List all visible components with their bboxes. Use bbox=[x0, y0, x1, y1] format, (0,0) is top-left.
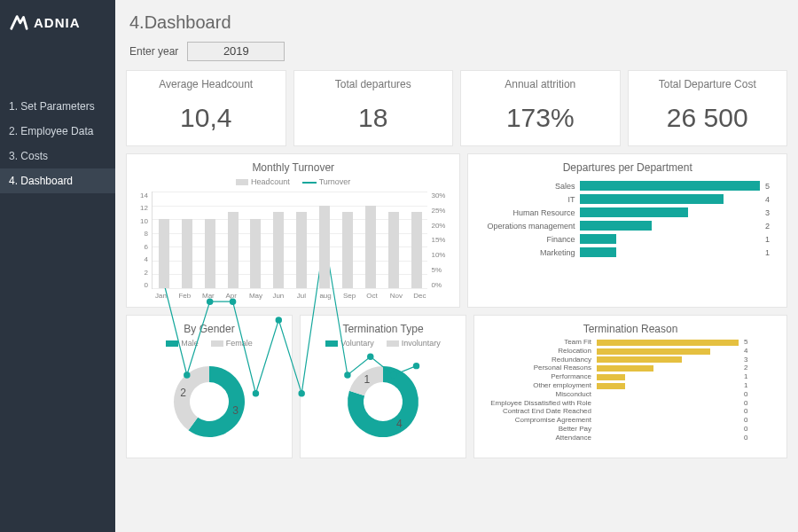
kpi-value: 173% bbox=[466, 103, 614, 133]
panel-monthly-turnover: Monthly Turnover Headcount Turnover 1412… bbox=[126, 153, 460, 308]
sidebar-item-3[interactable]: 4. Dashboard bbox=[0, 168, 115, 193]
reason-row: Performance1 bbox=[483, 373, 778, 381]
swatch-teal-line bbox=[302, 182, 317, 184]
dept-row-marketing: Marketing1 bbox=[477, 247, 778, 257]
bar-Feb bbox=[182, 219, 192, 288]
svg-point-8 bbox=[344, 372, 350, 378]
termination-reason-bars: Team Fit5Relocation4Redundancy3Personal … bbox=[483, 339, 778, 442]
kpi-label: Total Departure Cost bbox=[634, 78, 782, 90]
svg-point-4 bbox=[253, 390, 259, 396]
bar-Mar bbox=[205, 219, 215, 288]
kpi-card-3: Total Departure Cost26 500 bbox=[628, 70, 788, 146]
kpi-card-1: Total departures18 bbox=[293, 70, 454, 146]
y-axis-right: 30%25%20%15%10%5%0% bbox=[431, 192, 450, 289]
bar-Jun bbox=[273, 212, 284, 288]
svg-point-3 bbox=[230, 298, 236, 304]
kpi-value: 26 500 bbox=[634, 103, 782, 133]
dept-row-sales: Sales5 bbox=[477, 181, 778, 191]
svg-point-11 bbox=[413, 363, 419, 369]
svg-point-9 bbox=[367, 354, 373, 360]
brand-logo: ADNIA bbox=[0, 0, 115, 50]
bar-Apr bbox=[228, 212, 239, 288]
bar-Oct bbox=[365, 206, 376, 288]
sidebar-item-0[interactable]: 1. Set Parameters bbox=[0, 94, 115, 119]
reason-row: Contract End Date Reached0 bbox=[483, 408, 778, 416]
sidebar-item-2[interactable]: 3. Costs bbox=[0, 144, 115, 168]
swatch-grey bbox=[236, 179, 248, 185]
dept-row-human-resource: Human Resource3 bbox=[477, 207, 778, 217]
kpi-card-0: Average Headcount10,4 bbox=[126, 70, 286, 146]
year-label: Enter year bbox=[129, 45, 178, 58]
reason-row: Employee Dissatisfied with Role0 bbox=[483, 400, 778, 408]
dept-bar-list: Sales5IT4Human Resource3Operations manag… bbox=[477, 181, 778, 257]
svg-point-6 bbox=[298, 390, 304, 396]
bar-Jul bbox=[296, 212, 307, 288]
svg-point-2 bbox=[207, 298, 213, 304]
kpi-value: 18 bbox=[300, 103, 448, 133]
page-title: 4.Dashboard bbox=[129, 12, 787, 33]
reason-row: Compromise Agreement0 bbox=[483, 417, 778, 425]
bar-Nov bbox=[388, 212, 399, 288]
reason-row: Relocation4 bbox=[483, 348, 778, 356]
reason-row: Redundancy3 bbox=[483, 356, 778, 364]
reason-row: Attendance0 bbox=[483, 434, 778, 442]
panel-termination-reason: Termination Reason Team Fit5Relocation4R… bbox=[473, 315, 787, 458]
bar-Dec bbox=[411, 212, 422, 288]
main-content: 4.Dashboard Enter year 2019 Average Head… bbox=[115, 0, 798, 532]
dept-row-it: IT4 bbox=[477, 194, 778, 204]
chart-plot-area bbox=[152, 192, 427, 289]
brand-text: ADNIA bbox=[34, 15, 81, 30]
svg-point-1 bbox=[184, 372, 190, 378]
nav-list: 1. Set Parameters2. Employee Data3. Cost… bbox=[0, 94, 115, 193]
svg-point-10 bbox=[390, 372, 396, 378]
chart-title: Termination Reason bbox=[483, 323, 778, 335]
panel-departures-dept: Departures per Department Sales5IT4Human… bbox=[467, 153, 787, 308]
reason-row: Other employment1 bbox=[483, 382, 778, 390]
bar-Jan bbox=[159, 219, 169, 288]
bar-May bbox=[250, 219, 261, 288]
reason-row: Personal Reasons2 bbox=[483, 364, 778, 372]
y-axis-left: 14121086420 bbox=[136, 192, 148, 289]
sidebar-item-1[interactable]: 2. Employee Data bbox=[0, 119, 115, 144]
kpi-card-2: Annual attrition173% bbox=[460, 70, 621, 146]
kpi-label: Annual attrition bbox=[466, 78, 614, 90]
legend: Headcount Turnover bbox=[136, 177, 450, 186]
kpi-label: Average Headcount bbox=[132, 78, 280, 90]
kpi-value: 10,4 bbox=[132, 103, 280, 133]
bar-Sep bbox=[342, 212, 353, 288]
dept-row-finance: Finance1 bbox=[477, 234, 778, 244]
sidebar: ADNIA 1. Set Parameters2. Employee Data3… bbox=[0, 0, 115, 532]
year-filter: Enter year 2019 bbox=[129, 42, 787, 61]
year-input[interactable]: 2019 bbox=[187, 42, 285, 61]
kpi-row: Average Headcount10,4Total departures18A… bbox=[126, 70, 787, 146]
brand-icon bbox=[9, 12, 28, 32]
kpi-label: Total departures bbox=[300, 78, 448, 90]
chart-title: Departures per Department bbox=[477, 161, 778, 174]
reason-row: Team Fit5 bbox=[483, 339, 778, 347]
reason-row: Better Pay0 bbox=[483, 426, 778, 434]
bar-aug bbox=[319, 206, 330, 288]
reason-row: Misconduct0 bbox=[483, 391, 778, 399]
dept-row-operations-management: Operations management2 bbox=[477, 221, 778, 231]
svg-point-5 bbox=[276, 317, 282, 323]
chart-title: Monthly Turnover bbox=[136, 161, 450, 174]
